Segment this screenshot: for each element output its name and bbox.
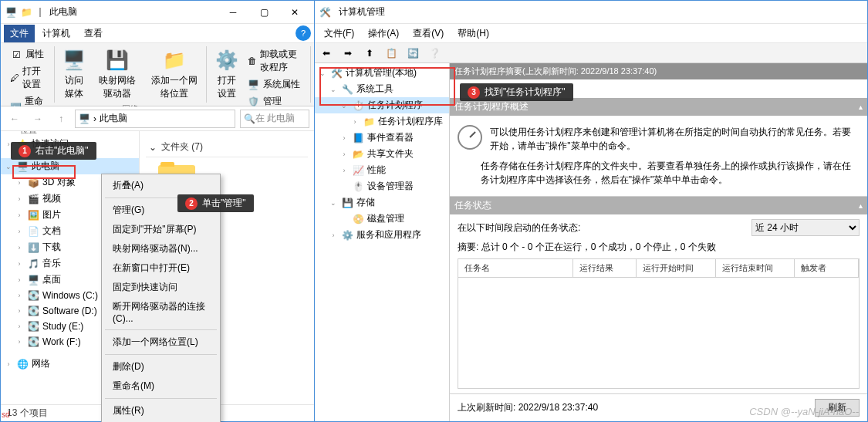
- period-row: 在以下时间段启动的任务状态: 近 24 小时: [458, 219, 860, 236]
- sd-label: sd: [2, 410, 10, 419]
- compmgmt-icon: 🛠️: [319, 6, 331, 19]
- menu-help[interactable]: 帮助(H): [451, 25, 495, 42]
- explorer-navbar: ← → ↑ 🖥️ › 此电脑 🔍 在 此电脑: [1, 106, 314, 131]
- node-systools[interactable]: ⌄🔧系统工具: [315, 81, 449, 97]
- ribbon-system: ⚙️打开设置 🗑卸载或更改程序 🖥️系统属性 🛡️管理 系统: [207, 46, 311, 103]
- node-schedlib[interactable]: ›📁任务计划程序库: [315, 113, 449, 130]
- taskstatus-bar[interactable]: 任务状态▴: [450, 197, 867, 214]
- nav-back[interactable]: ←: [5, 110, 24, 128]
- col-result[interactable]: 运行结果: [573, 259, 637, 277]
- menu-file[interactable]: 文件: [4, 25, 35, 42]
- minimize-button[interactable]: ─: [218, 2, 248, 23]
- address-bar[interactable]: 🖥️ › 此电脑: [75, 110, 235, 128]
- watermark: CSDN @--yaN-jiA-haO--: [749, 406, 859, 417]
- ctx-sep: [105, 197, 217, 198]
- col-trigger[interactable]: 触发者: [795, 259, 859, 277]
- ctx-rename[interactable]: 重命名(M): [103, 376, 218, 396]
- desc2: 任务存储在任务计划程序库的文件夹中。若要查看单独任务上的操作或执行该操作，请在任…: [481, 159, 860, 187]
- explorer-titlebar: 🖥️ 📁 ｜ 此电脑 ─ ▢ ✕: [1, 1, 314, 24]
- window-controls: ─ ▢ ✕: [218, 2, 310, 23]
- node-scheduler[interactable]: ⌄⏱️任务计划程序: [315, 97, 449, 113]
- ribbon-sysprops[interactable]: 🖥️系统属性: [246, 76, 306, 93]
- tree-thispc[interactable]: ⌄🖥️此电脑: [1, 158, 139, 174]
- ribbon-network: 🖥️访问媒体 💾映射网络驱动器 📁添加一个网络位置 网络: [55, 46, 208, 103]
- ctx-manage[interactable]: 管理(G): [103, 201, 218, 220]
- ctx-map[interactable]: 映射网络驱动器(N)...: [103, 239, 218, 258]
- ctx-sep3: [105, 354, 217, 355]
- node-services[interactable]: ›⚙️服务和应用程序: [315, 227, 449, 243]
- menu-computer[interactable]: 计算机: [36, 25, 76, 42]
- node-devmgr[interactable]: 🖱️设备管理器: [315, 178, 449, 194]
- tb-up[interactable]: ⬆: [361, 45, 378, 62]
- menu-view[interactable]: 查看: [78, 25, 109, 42]
- menu-file2[interactable]: 文件(F): [318, 25, 360, 42]
- ctx-sep4: [105, 398, 217, 399]
- context-menu: 折叠(A) 管理(G) 固定到"开始"屏幕(P) 映射网络驱动器(N)... 在…: [101, 174, 221, 422]
- compmgmt-main: 任务计划程序摘要(上次刷新时间: 2022/9/18 23:37:40) 任务计…: [450, 63, 867, 421]
- section-folders[interactable]: ⌄文件夹 (7): [146, 137, 308, 157]
- ribbon-map-drive[interactable]: 💾映射网络驱动器: [93, 46, 142, 102]
- addr-sep: ›: [93, 113, 96, 124]
- ctx-props[interactable]: 属性(R): [103, 401, 218, 420]
- help-icon[interactable]: ?: [296, 25, 311, 41]
- header-bar: 任务计划程序摘要(上次刷新时间: 2022/9/18 23:37:40): [450, 63, 867, 79]
- collapse-icon[interactable]: ▴: [859, 103, 863, 111]
- close-button[interactable]: ✕: [279, 2, 310, 23]
- titlebar-sep: ｜: [35, 5, 45, 19]
- ribbon-add-loc[interactable]: 📁添加一个网络位置: [147, 46, 202, 102]
- ctx-addloc[interactable]: 添加一个网络位置(L): [103, 333, 218, 352]
- ribbon-settings[interactable]: ⚙️打开设置: [211, 46, 241, 102]
- tree-quick[interactable]: ›⭐快速访问: [1, 136, 139, 152]
- tb-props[interactable]: 📋: [383, 45, 400, 62]
- window-title: 此电脑: [45, 5, 218, 19]
- col-start[interactable]: 运行开始时间: [637, 259, 715, 277]
- compmgmt-titlebar: 🛠️ 计算机管理: [315, 1, 867, 24]
- tb-back[interactable]: ⬅: [318, 45, 335, 62]
- ctx-pin[interactable]: 固定到"开始"屏幕(P): [103, 220, 218, 239]
- col-end[interactable]: 运行结束时间: [716, 259, 795, 277]
- maximize-button[interactable]: ▢: [248, 2, 279, 23]
- explorer-window: 🖥️ 📁 ｜ 此电脑 ─ ▢ ✕ 文件 计算机 查看 ? ☑属性 🖊打开设置 🔤…: [0, 0, 315, 422]
- overview-bar[interactable]: 任务计划程序概述▴: [450, 98, 867, 116]
- nav-fwd[interactable]: →: [29, 110, 47, 128]
- ctx-pinquick[interactable]: 固定到快速访问: [103, 278, 218, 297]
- collapse-icon-2[interactable]: ▴: [859, 201, 863, 210]
- node-shared[interactable]: ›📂共享文件夹: [315, 146, 449, 162]
- compmgmt-content: ⌄🛠️计算机管理(本地) ⌄🔧系统工具 ⌄⏱️任务计划程序 ›📁任务计划程序库 …: [315, 63, 867, 421]
- tb-refresh[interactable]: 🔄: [404, 45, 421, 62]
- tb-help[interactable]: ❔: [426, 45, 443, 62]
- compmgmt-menubar: 文件(F) 操作(A) 查看(V) 帮助(H): [315, 24, 867, 43]
- ribbon-uninstall[interactable]: 🗑卸载或更改程序: [246, 46, 306, 76]
- folder-icon: 📁: [20, 6, 32, 19]
- node-perf[interactable]: ›📈性能: [315, 162, 449, 178]
- ribbon: ☑属性 🖊打开设置 🔤重命名 位置 🖥️访问媒体 💾映射网络驱动器 📁添加一个网…: [1, 43, 314, 106]
- summary-text: 摘要: 总计 0 个 - 0 个正在运行，0 个成功，0 个停止，0 个失败: [458, 241, 860, 254]
- ctx-sep2: [105, 329, 217, 330]
- period-select[interactable]: 近 24 小时: [751, 219, 860, 236]
- clock-icon: [458, 125, 482, 150]
- desc1: 可以使用任务计划程序来创建和管理计算机将在所指定的时间自动执行的常见任务。若要开…: [490, 125, 860, 153]
- node-root[interactable]: ⌄🛠️计算机管理(本地): [315, 65, 449, 81]
- node-event[interactable]: ›📘事件查看器: [315, 130, 449, 146]
- ribbon-open[interactable]: 🖊打开设置: [8, 63, 49, 93]
- ctx-delete[interactable]: 删除(D): [103, 357, 218, 376]
- node-storage[interactable]: ⌄💾存储: [315, 194, 449, 211]
- search-placeholder: 在 此电脑: [255, 112, 295, 125]
- ctx-disconnect[interactable]: 断开网络驱动器的连接(C)...: [103, 297, 218, 327]
- task-table: 任务名 运行结果 运行开始时间 运行结束时间 触发者: [458, 258, 860, 389]
- tb-fwd[interactable]: ➡: [339, 45, 356, 62]
- window-icon: 🖥️: [5, 6, 17, 19]
- search-box[interactable]: 🔍 在 此电脑: [240, 110, 309, 128]
- compmgmt-title: 计算机管理: [334, 5, 863, 19]
- menu-action[interactable]: 操作(A): [362, 25, 405, 42]
- node-disk[interactable]: 📀磁盘管理: [315, 211, 449, 227]
- ribbon-media[interactable]: 🖥️访问媒体: [59, 46, 89, 102]
- ribbon-location: ☑属性 🖊打开设置 🔤重命名 位置: [4, 46, 55, 103]
- menu-view2[interactable]: 查看(V): [407, 25, 450, 42]
- ribbon-props[interactable]: ☑属性: [8, 46, 49, 62]
- address-text: 此电脑: [100, 112, 127, 125]
- nav-up[interactable]: ↑: [52, 110, 70, 128]
- ctx-newwin[interactable]: 在新窗口中打开(E): [103, 258, 218, 278]
- col-name[interactable]: 任务名: [458, 259, 573, 277]
- ctx-collapse[interactable]: 折叠(A): [103, 176, 218, 195]
